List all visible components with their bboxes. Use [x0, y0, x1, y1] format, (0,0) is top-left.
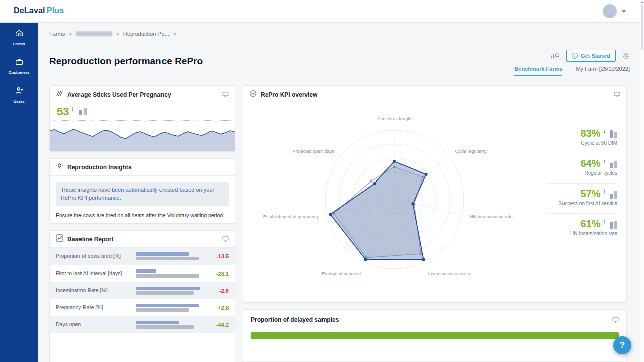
baseline-rows: Proportion of cows bred [%] -13.5 First … [50, 248, 235, 333]
user-menu[interactable] [603, 4, 626, 18]
table-row[interactable]: Insemination Rate [%] -2.6 [50, 282, 235, 299]
stat-label: Cyclic at 50 DIM [547, 140, 617, 146]
metric-bars [131, 251, 207, 261]
trend-up-icon: ↑ [603, 188, 606, 194]
page-actions: i Get Started [551, 50, 630, 62]
metric-bars [131, 303, 207, 313]
mini-bars-icon [610, 190, 617, 199]
mini-bars-icon [79, 106, 87, 115]
insight-message: Ensure the cows are bred on all heats af… [50, 212, 235, 224]
insight-note: These insights have been automatically c… [56, 182, 229, 206]
insight-lamp-icon [56, 162, 63, 172]
stat-label: Regular cycles [547, 170, 617, 176]
table-row[interactable]: Proportion of cows bred [%] -13.5 [50, 248, 235, 265]
present-view-icon[interactable] [612, 317, 619, 323]
left-column: Average Sticks Used Per Pregnancy 53 ↓ [49, 85, 235, 362]
metric-bars [131, 320, 207, 330]
card-header: Average Sticks Used Per Pregnancy [50, 86, 235, 103]
breadcrumb-item-farms[interactable]: Farms [49, 31, 65, 37]
kpi-stat-first-ai[interactable]: 57% ↑ Success on first AI service [547, 184, 617, 214]
trend-up-icon: ↑ [603, 218, 606, 224]
delayed-samples-bar [251, 332, 619, 339]
card-title: Proportion of delayed samples [251, 316, 339, 323]
stat-value: 83% [580, 128, 600, 138]
delayed-samples-track [251, 332, 619, 339]
metric-label: First to last AI interval [days] [56, 270, 131, 277]
card-title: Reproduction Insights [67, 164, 131, 171]
scroll-up-icon[interactable] [641, 1, 644, 3]
svg-text:Cycle regularity: Cycle regularity [455, 149, 487, 154]
metric-bars [131, 268, 207, 279]
stat-value: 57% [580, 189, 600, 199]
card-title: Baseline Report [67, 236, 113, 243]
card-header: Proportion of delayed samples [243, 310, 626, 323]
present-view-icon[interactable] [222, 236, 229, 242]
card-header: RePro KPI overview [243, 86, 626, 103]
breadcrumb-separator: > [116, 31, 119, 37]
benchmark-compare-icon[interactable] [551, 52, 559, 60]
table-row[interactable]: First to last AI interval [days] -28.1 [50, 265, 235, 282]
sidebar-item-users[interactable]: Users [0, 80, 38, 109]
brand-primary: DeLaval [14, 6, 45, 15]
kpi-stat-regular-cycles[interactable]: 64% ↑ Regular cycles [547, 153, 617, 184]
svg-text:HN Insemination rate: HN Insemination rate [470, 214, 513, 219]
topbar: DeLavalPlus [0, 0, 644, 23]
main-content: Farms > > Reproduction Pe... > i Get Sta… [38, 23, 644, 362]
table-row[interactable]: Pregnancy Rate [%] +2.8 [50, 299, 235, 316]
svg-text:Insemination success: Insemination success [428, 271, 472, 276]
card-baseline-report: Baseline Report Proportion of cows bred … [49, 230, 235, 362]
help-button[interactable]: ? [613, 336, 631, 354]
tab-my-farm[interactable]: My Farm [25/10/2022] [576, 66, 630, 76]
table-row[interactable]: Days open -44.2 [50, 316, 235, 333]
scroll-thumb[interactable] [641, 5, 643, 50]
metric-delta: -44.2 [207, 322, 229, 328]
sticks-trend-chart [50, 116, 235, 151]
trend-down-icon: ↓ [71, 105, 74, 112]
avatar[interactable] [603, 4, 617, 18]
breadcrumb-item-reproduction[interactable]: Reproduction Pe... [123, 31, 169, 37]
breadcrumb-separator: > [173, 31, 176, 37]
gear-icon[interactable] [622, 52, 630, 60]
get-started-button[interactable]: i Get Started [566, 50, 616, 62]
trend-down-icon: ↓ [603, 128, 606, 134]
card-average-sticks: Average Sticks Used Per Pregnancy 53 ↓ [49, 85, 235, 152]
present-view-icon[interactable] [222, 92, 229, 97]
kpi-stat-cyclic[interactable]: 83% ↓ Cyclic at 50 DIM [547, 123, 617, 153]
card-header: Baseline Report [50, 231, 235, 248]
page-title: Reproduction performance RePro [49, 56, 203, 67]
mini-bars-icon [610, 220, 617, 229]
sidebar-item-label: Users [13, 99, 24, 104]
metric-label: Insemination Rate [%] [56, 287, 131, 294]
sticks-kpi: 53 ↓ [57, 106, 87, 117]
metric-label: Proportion of cows bred [%] [56, 253, 131, 260]
chevron-down-icon[interactable] [622, 10, 626, 13]
metric-delta: +2.8 [207, 305, 229, 311]
info-icon: i [572, 53, 578, 59]
line-chart-icon [56, 234, 63, 244]
scrollbar[interactable] [640, 0, 644, 362]
briefcase-icon [15, 57, 24, 68]
svg-text:Establishment of pregnancy: Establishment of pregnancy [263, 214, 319, 219]
card-header: Reproduction Insights [50, 159, 235, 176]
get-started-label: Get Started [581, 53, 610, 59]
metric-label: Pregnancy Rate [%] [56, 304, 131, 311]
sidebar-item-label: Customers [9, 70, 30, 75]
brand-logo[interactable]: DeLavalPlus [14, 6, 64, 15]
card-title: RePro KPI overview [261, 91, 317, 98]
stat-value: 61% [580, 219, 600, 229]
sticks-icon [56, 89, 63, 99]
metric-delta: -28.1 [207, 270, 229, 277]
tab-benchmark-farms[interactable]: Benchmark Farms [514, 66, 562, 76]
kpi-stat-hn-insemination[interactable]: 61% ↑ HN Insemination rate [547, 214, 617, 243]
stat-label: HN Insemination rate [547, 231, 617, 236]
breadcrumb-separator: > [69, 31, 72, 37]
stat-value: 64% [580, 158, 600, 168]
present-view-icon[interactable] [614, 92, 620, 97]
sidebar-item-customers[interactable]: Customers [0, 51, 38, 80]
card-title: Average Sticks Used Per Pregnancy [67, 91, 171, 98]
breadcrumb-item-redacted-farm[interactable] [76, 31, 112, 36]
sidebar-item-farms[interactable]: Farms [0, 23, 38, 51]
svg-text:Embryo attachment: Embryo attachment [321, 271, 361, 276]
mini-bars-icon [610, 159, 617, 168]
metric-bars [131, 286, 207, 296]
